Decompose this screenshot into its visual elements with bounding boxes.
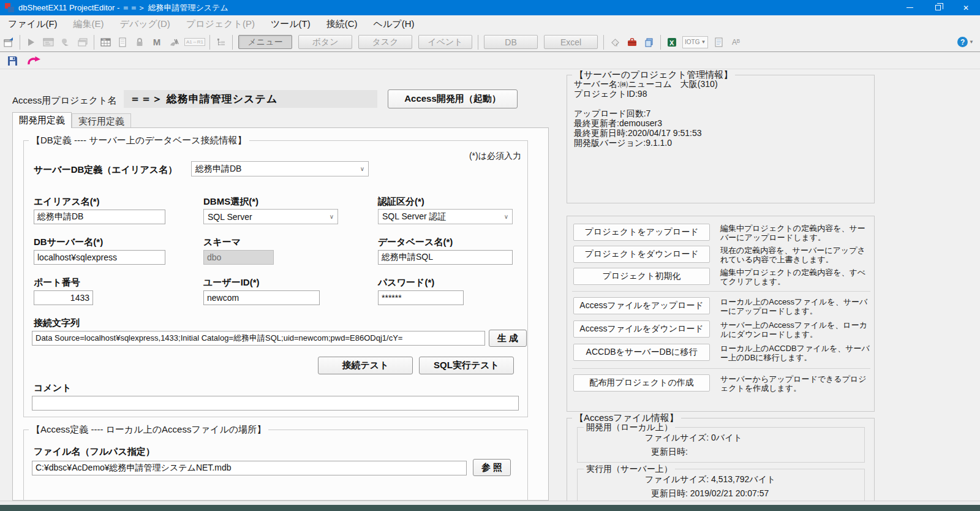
view-tab-event[interactable]: イベント [418,35,472,49]
menu-connect[interactable]: 接続(C) [318,16,366,32]
upload-access-file-button[interactable]: Accessファイルをアップロード [573,297,710,314]
dev-file-size-text: ファイルサイズ: 0バイト [645,433,742,444]
macro-m-icon[interactable]: M [148,34,165,50]
rename-ab-icon[interactable]: Aᴮ [727,34,744,50]
stamp-hand-icon[interactable] [57,34,74,50]
restore-icon[interactable] [924,0,952,15]
auth-label: 認証区分(*) [378,196,424,208]
diamond-icon[interactable]: ! [606,34,624,50]
quick-toolbar [0,53,980,69]
upload-access-file-desc: ローカル上のAccessファイルを、サーバーにアップロードします。 [720,297,873,316]
chevron-down-icon: ∨ [330,213,334,220]
chevron-down-icon: ∨ [504,213,508,220]
create-dist-project-button[interactable]: 配布用プロジェクトの作成 [573,374,710,392]
access-launch-button[interactable]: Access開発用（起動） [388,89,518,108]
view-tab-task[interactable]: タスク [358,35,412,49]
minimize-icon[interactable] [895,0,924,15]
divider [572,368,870,369]
view-tab-db[interactable]: DB [484,35,538,49]
download-project-desc: 現在の定義内容を、サーバーにアップされている内容で上書きします。 [720,246,873,264]
migrate-accdb-desc: ローカル上のACCDBファイルを、サーバー上のDBに移行します。 [720,344,873,362]
connection-test-button[interactable]: 接続テスト [318,357,413,374]
project-name-display: ＝＝＞ 総務申請管理システム [124,90,377,108]
hand-pen-m-icon[interactable] [165,34,183,50]
dev-definition-panel: 【DB定義 ---- サーバー上のデータベース接続情報】 (*)は必須入力 サー… [12,127,549,501]
document-icon[interactable] [114,34,131,50]
definition-tabs: 開発用定義 実行用定義 [12,112,131,128]
init-project-button[interactable]: プロジェクト初期化 [573,268,710,285]
copy-files-icon[interactable] [641,34,658,50]
svg-text:X: X [669,39,674,46]
upload-project-desc: 編集中プロジェクトの定義内容を、サーバーにアップロードします。 [720,224,873,242]
copy-window-icon[interactable] [74,34,91,50]
close-icon[interactable]: ✕ [952,0,980,15]
menu-help[interactable]: ヘルプ(H) [366,16,423,32]
schema-input [203,250,274,265]
briefcase-icon[interactable] [624,34,641,50]
run-file-info-subgroup: 実行用（サーバー上） ファイルサイズ: 4,513,792バイト 更新日時: 2… [577,469,865,501]
excel-icon[interactable]: X [663,34,680,50]
table-icon[interactable]: Tab [97,34,114,50]
app-icon [5,3,15,13]
port-input[interactable] [34,290,93,305]
project-id-text: プロジェクトID:98 [574,89,647,100]
connection-string-label: 接続文字列 [34,317,80,329]
menu-file[interactable]: ファイル(F) [0,16,66,32]
help-caret-icon[interactable]: ▼ [969,39,974,45]
lock-icon[interactable] [131,34,148,50]
iotg-dropdown[interactable]: IOTG▼ [682,36,708,48]
report-doc-icon[interactable] [710,34,727,50]
user-id-input[interactable] [203,290,320,305]
view-tab-menu[interactable]: メニュー [238,35,292,49]
alias-input[interactable] [34,210,165,224]
dev-version-text: 開発版バージョン:9.1.1.0 [574,138,672,149]
access-definition-group: 【Access定義 ---- ローカル上のAccessファイルの場所】 ファイル… [23,430,528,501]
debug-window-icon[interactable] [40,34,57,50]
download-access-file-desc: サーバー上のAccessファイルを、ローカルにダウンロードします。 [720,320,873,339]
connection-string-input[interactable] [32,331,485,346]
menu-project[interactable]: プロジェクト(P) [178,16,263,32]
dbms-select[interactable]: SQL Server∨ [203,209,338,224]
db-definition-group: 【DB定義 ---- サーバー上のデータベース接続情報】 (*)は必須入力 サー… [23,140,528,417]
view-tab-excel[interactable]: Excel [544,35,598,49]
alias-label: エイリアス名(*) [34,196,100,208]
project-window-icon[interactable] [0,34,17,50]
tab-run-definition[interactable]: 実行用定義 [72,113,131,128]
schema-label: スキーマ [203,237,241,248]
svg-text:Tab: Tab [102,39,106,41]
view-tab-button[interactable]: ボタン [298,35,352,49]
db-name-label: データベース名(*) [378,237,453,248]
password-input[interactable] [378,290,464,305]
download-access-file-button[interactable]: Accessファイルをダウンロード [573,320,710,338]
help-icon[interactable]: ? [957,37,968,47]
download-project-button[interactable]: プロジェクトをダウンロード [573,246,710,263]
main-toolbar: Tab M A1⇔R1 メニュー ボタン タスク イベント DB Excel ! [0,32,980,52]
tree-list-icon[interactable] [213,34,230,50]
migrate-accdb-button[interactable]: ACCDBをサーバーDBに移行 [573,344,710,361]
title-bar: dbSheetEX11 ProjectEditor - ＝＝＞ 総務申請管理シス… [0,0,980,15]
run-icon[interactable] [23,34,40,50]
menu-debug[interactable]: デバッグ(D) [112,16,178,32]
file-path-input[interactable] [32,461,467,475]
db-server-label: DBサーバー名(*) [34,237,103,248]
a1r1-toggle-icon[interactable]: A1⇔R1 [183,34,207,50]
menu-edit[interactable]: 編集(E) [66,16,112,32]
reload-icon[interactable] [26,53,43,69]
save-icon[interactable] [4,53,21,69]
db-server-input[interactable] [34,250,165,265]
generate-button[interactable]: 生 成 [489,330,527,347]
dev-file-info-subgroup: 開発用（ローカル上） ファイルサイズ: 0バイト 更新日時: [577,427,865,463]
browse-button[interactable]: 参 照 [473,459,511,476]
sql-test-button[interactable]: SQL実行テスト [419,357,514,374]
db-name-input[interactable] [378,250,513,265]
run-file-size-text: ファイルサイズ: 4,513,792バイト [645,474,775,485]
user-id-label: ユーザーID(*) [203,277,260,289]
comment-input[interactable] [32,396,519,411]
upload-project-button[interactable]: プロジェクトをアップロード [573,224,710,241]
auth-select[interactable]: SQL Server 認証∨ [378,209,513,224]
project-name-label: Access用プロジェクト名 [12,95,116,107]
required-note: (*)は必須入力 [469,151,521,162]
server-db-select[interactable]: 総務申請DB∨ [191,161,369,176]
menu-tools[interactable]: ツール(T) [263,16,318,32]
tab-dev-definition[interactable]: 開発用定義 [12,112,72,128]
